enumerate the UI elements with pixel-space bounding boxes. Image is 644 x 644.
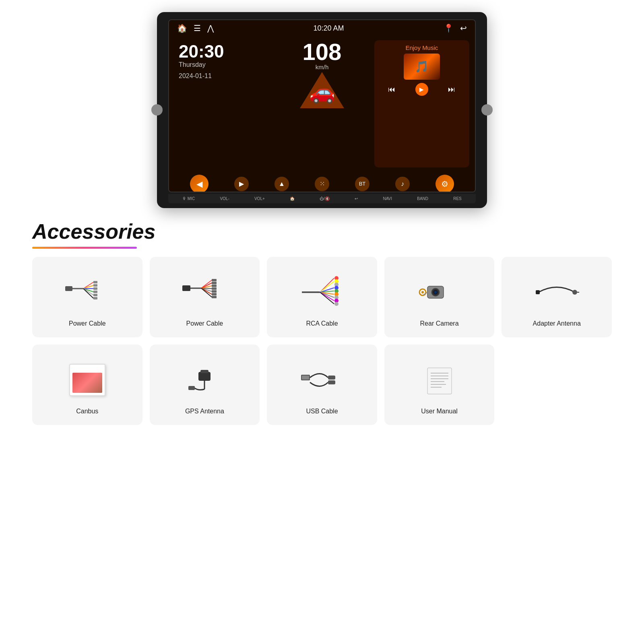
map-button[interactable]: ▲ [275, 177, 289, 191]
power-cable-2-label: Power Cable [186, 320, 223, 327]
svg-rect-0 [65, 286, 72, 291]
panel-left: 20:30 Thursday 2024-01-11 [175, 40, 270, 167]
svg-rect-29 [212, 296, 217, 298]
screen-content: 20:30 Thursday 2024-01-11 108 km/h 🚗 Enj… [169, 36, 475, 171]
head-unit-section: 🏠 ☰ ⋀ 10:20 AM 📍 ↩ 20:30 Thursday 2024-0… [0, 0, 644, 208]
album-art: 🎵 [404, 54, 440, 80]
band-button[interactable]: BAND [417, 196, 428, 201]
adapter-antenna-icon [533, 274, 581, 310]
svg-point-54 [421, 291, 424, 293]
acc-card-user-manual: User Manual [384, 345, 495, 425]
location-icon[interactable]: 📍 [444, 23, 454, 33]
svg-line-32 [320, 281, 334, 292]
svg-rect-65 [328, 376, 335, 380]
svg-point-52 [434, 291, 437, 293]
svg-rect-13 [93, 297, 97, 299]
status-bar-right: 📍 ↩ [444, 23, 467, 33]
rca-cable-icon [298, 274, 346, 310]
date-display: 2024-01-11 [179, 72, 266, 80]
day-display: Thursday [179, 61, 266, 68]
acc-card-usb-cable: USB Cable [267, 345, 377, 425]
acc-card-gps-antenna: GPS Antenna [150, 345, 260, 425]
svg-rect-59 [198, 372, 211, 381]
svg-point-48 [334, 302, 339, 306]
svg-rect-23 [212, 279, 217, 281]
status-time: 10:20 AM [313, 24, 344, 33]
play-button[interactable]: ▶ [415, 83, 428, 96]
music-button[interactable]: ♪ [395, 177, 410, 191]
gps-antenna-icon [180, 362, 229, 398]
usb-cable-icon [298, 362, 346, 398]
power-cable-1-icon-area [61, 270, 114, 314]
vol-up-button[interactable]: VOL+ [254, 196, 265, 201]
car-icon: 🚗 [309, 80, 335, 104]
car-visual: 🚗 [294, 72, 350, 108]
home-icon[interactable]: 🏠 [177, 23, 187, 33]
rear-camera-label: Rear Camera [420, 320, 459, 327]
user-manual-label: User Manual [421, 408, 458, 415]
vol-down-button[interactable]: VOL- [220, 196, 229, 201]
rear-camera-icon-area [413, 270, 466, 314]
speed-unit: km/h [316, 64, 329, 70]
accessories-title: Accessories [32, 219, 155, 244]
title-underline [32, 247, 137, 249]
svg-rect-27 [212, 290, 217, 293]
svg-rect-8 [93, 281, 97, 283]
acc-card-adapter-antenna: Adapter Antenna [502, 257, 612, 337]
accessories-header: Accessories [32, 219, 612, 244]
canbus-icon-area [61, 358, 114, 402]
nav-button[interactable]: ◀ [190, 175, 208, 192]
accessories-grid: Power Cable [32, 257, 612, 425]
play-small-button[interactable]: ▶ [234, 177, 249, 191]
gps-antenna-icon-area [178, 358, 231, 402]
mic-button[interactable]: 🎙 MIC [182, 196, 195, 201]
svg-rect-10 [93, 287, 97, 290]
acc-card-power-cable-2: Power Cable [150, 257, 260, 337]
svg-rect-26 [212, 287, 217, 290]
power-cable-2-icon-area [178, 270, 231, 314]
svg-rect-24 [212, 282, 217, 284]
status-bar-left: 🏠 ☰ ⋀ [177, 23, 214, 33]
rear-camera-icon [415, 274, 464, 310]
svg-rect-9 [93, 284, 97, 287]
rca-cable-label: RCA Cable [306, 320, 338, 327]
svg-point-57 [572, 290, 577, 295]
navi-button[interactable]: NAVI [383, 196, 392, 201]
svg-rect-62 [188, 386, 195, 390]
svg-rect-64 [302, 376, 309, 380]
prev-button[interactable]: ⏮ [388, 85, 395, 94]
adapter-antenna-label: Adapter Antenna [533, 320, 581, 327]
svg-rect-25 [212, 285, 217, 287]
acc-card-canbus: Canbus [32, 345, 142, 425]
rca-cable-icon-area [296, 270, 348, 314]
up-icon[interactable]: ⋀ [207, 23, 214, 33]
svg-rect-66 [328, 380, 335, 384]
back-phy-button[interactable]: ↩ [355, 196, 358, 201]
next-button[interactable]: ⏭ [448, 85, 455, 94]
panel-right: Enjoy Music 🎵 ⏮ ▶ ⏭ [374, 40, 469, 167]
acc-card-empty [502, 345, 612, 425]
home-phy-button[interactable]: 🏠 [290, 196, 295, 201]
accessories-row-2: Canbus GPS Antenna [32, 345, 612, 425]
user-manual-icon-area [413, 358, 466, 402]
usb-cable-label: USB Cable [306, 408, 338, 415]
usb-cable-icon-area [296, 358, 348, 402]
acc-card-power-cable-1: Power Cable [32, 257, 142, 337]
power-mute-button[interactable]: ⏻/🔇 [320, 196, 330, 201]
svg-rect-56 [536, 290, 540, 294]
svg-line-3 [83, 285, 93, 289]
menu-icon[interactable]: ☰ [194, 23, 201, 33]
head-unit: 🏠 ☰ ⋀ 10:20 AM 📍 ↩ 20:30 Thursday 2024-0… [157, 12, 487, 208]
back-icon[interactable]: ↩ [460, 23, 467, 33]
canbus-icon [69, 364, 105, 396]
res-button[interactable]: RES [453, 196, 462, 201]
accessories-section: Accessories [0, 208, 644, 433]
settings-button[interactable]: ⚙ [436, 175, 454, 192]
speed-display: 108 [303, 40, 342, 64]
power-cable-1-icon [63, 274, 111, 310]
knob-right [481, 104, 493, 116]
knob-left [151, 104, 163, 116]
apps-button[interactable]: ⁙ [315, 177, 329, 191]
bt-button[interactable]: BT [355, 177, 369, 191]
gps-antenna-label: GPS Antenna [185, 408, 224, 415]
